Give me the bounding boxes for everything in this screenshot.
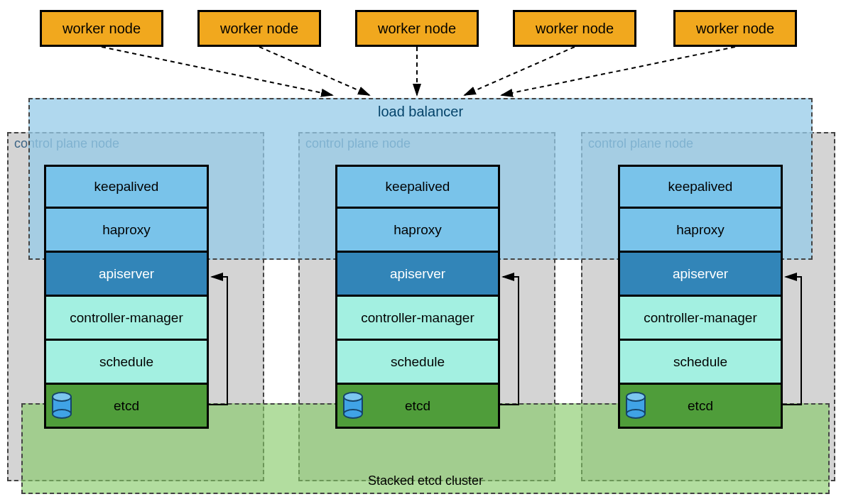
- svg-line-1: [259, 47, 369, 95]
- schedule-box: schedule: [335, 341, 500, 385]
- apiserver-box: apiserver: [618, 253, 783, 297]
- keepalived-box: keepalived: [335, 165, 500, 209]
- keepalived-box: keepalived: [44, 165, 209, 209]
- etcd-label: etcd: [114, 398, 139, 414]
- component-stack: keepalived haproxy apiserver controller-…: [618, 165, 783, 429]
- etcd-box: etcd: [618, 385, 783, 429]
- apiserver-box: apiserver: [44, 253, 209, 297]
- etcd-box: etcd: [44, 385, 209, 429]
- database-icon: [343, 392, 363, 419]
- component-stack: keepalived haproxy apiserver controller-…: [44, 165, 209, 429]
- worker-node: worker node: [40, 10, 163, 47]
- svg-line-0: [102, 47, 332, 95]
- haproxy-box: haproxy: [44, 209, 209, 253]
- worker-node: worker node: [673, 10, 797, 47]
- database-icon: [626, 392, 646, 419]
- etcd-label: etcd: [405, 398, 430, 414]
- haproxy-box: haproxy: [618, 209, 783, 253]
- keepalived-box: keepalived: [618, 165, 783, 209]
- schedule-box: schedule: [618, 341, 783, 385]
- apiserver-box: apiserver: [335, 253, 500, 297]
- svg-line-3: [465, 47, 575, 95]
- svg-line-4: [501, 47, 735, 95]
- etcd-box: etcd: [335, 385, 500, 429]
- worker-node: worker node: [513, 10, 636, 47]
- worker-node: worker node: [355, 10, 479, 47]
- schedule-box: schedule: [44, 341, 209, 385]
- database-icon: [52, 392, 72, 419]
- load-balancer-label: load balancer: [378, 104, 463, 120]
- haproxy-box: haproxy: [335, 209, 500, 253]
- component-stack: keepalived haproxy apiserver controller-…: [335, 165, 500, 429]
- etcd-label: etcd: [688, 398, 713, 414]
- worker-node: worker node: [197, 10, 321, 47]
- controller-manager-box: controller-manager: [44, 297, 209, 341]
- etcd-cluster-label: Stacked etcd cluster: [368, 473, 483, 488]
- controller-manager-box: controller-manager: [335, 297, 500, 341]
- controller-manager-box: controller-manager: [618, 297, 783, 341]
